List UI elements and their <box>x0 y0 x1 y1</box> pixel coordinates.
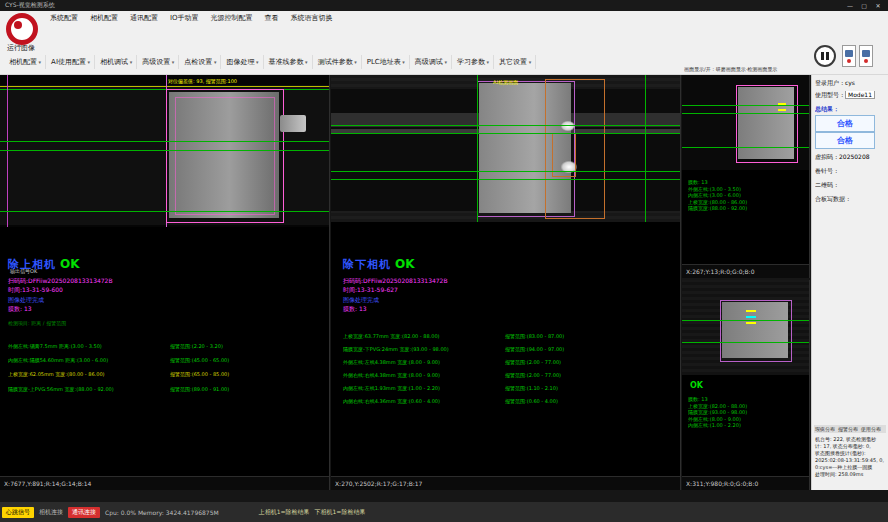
measurement-text: 内侧左线:左线1.93mm 宽度:(1.00 - 2.20) <box>343 385 505 391</box>
close-button[interactable]: ✕ <box>871 2 885 9</box>
stats-line: 计: 17, 状态分布毫秒: 0, <box>815 443 886 450</box>
lower-camera-view[interactable]: AI检测画面 <box>331 75 680 222</box>
guide-line <box>331 125 680 126</box>
record-dot-icon <box>864 59 868 63</box>
stats-tab[interactable]: 使用分布 <box>861 426 881 432</box>
overlay-mark <box>746 310 756 312</box>
measurement-header-row: 检测项目: 距离 / 报警范围 <box>8 320 327 326</box>
model-select[interactable]: Mode11 <box>845 91 875 99</box>
guide-line <box>0 141 329 142</box>
toolbar-tab[interactable]: 测试件参数 <box>313 55 362 69</box>
toolbar-tab[interactable]: 学习参数 <box>452 55 494 69</box>
roi-rect-inner <box>175 97 275 215</box>
menu-item-comm-config[interactable]: 通讯配置 <box>124 13 164 23</box>
cursor-readout: X:311;Y:980;R:0;G:0;B:0 <box>682 476 809 490</box>
measurement-text: 检测项目: 距离 / 报警范围 <box>8 320 170 326</box>
alarm-range-text: 报警范围:(94.00 - 97.00) <box>505 346 678 352</box>
model-label: 使用型号： <box>815 91 845 98</box>
stats-line: 处理时间: 258.09ms <box>815 471 886 478</box>
tool-button-2[interactable] <box>859 45 873 67</box>
thumbnail-view-1[interactable] <box>682 75 809 170</box>
toolbar-tab[interactable]: 相机调试 <box>95 55 137 69</box>
heartbeat-badge: 心跳信号 <box>2 507 34 518</box>
thumb-line: 隔膜宽度:(88.00 - 92.00) <box>688 205 807 212</box>
stats-tab[interactable]: 报警分布 <box>838 426 858 432</box>
roi-rect <box>720 300 792 362</box>
stats-block: 机台号: 222, 状态检测毫秒 计: 17, 状态分布毫秒: 0, 状态图接卷… <box>815 436 886 478</box>
toolbar-tab[interactable]: 高级调试 <box>410 55 452 69</box>
stats-tab[interactable]: 瑕疵分布 <box>815 426 835 432</box>
cursor-readout: X:267;Y:13;R:0;G:0;B:0 <box>682 264 809 278</box>
measurement-row: 外侧左线:锡膏7.5mm 距离:(3.00 - 3.50) 报警范围:(2.20… <box>8 343 327 349</box>
measurement-text: 外侧左线:左线4.38mm 宽度:(8.00 - 9.00) <box>343 359 505 365</box>
login-user-value: cys <box>845 79 855 86</box>
pause-button[interactable] <box>814 45 836 67</box>
measurement-text: 外侧右线:右线4.38mm 宽度:(8.00 - 9.00) <box>343 372 505 378</box>
toolbar-tab[interactable]: 相机配置 <box>4 55 46 69</box>
login-user-row: 登录用户：cys <box>815 79 886 88</box>
menu-item-light-control[interactable]: 光源控制配置 <box>205 13 259 23</box>
measurement-text: 内侧右线:右线4.36mm 宽度:(0.60 - 4.00) <box>343 398 505 404</box>
guide-line <box>7 75 8 227</box>
guide-line <box>682 147 809 148</box>
toolbar-tabs: 相机配置 AI使用配置 相机调试 高级设置 点检设置 图像处理 基准线参数 测试… <box>4 53 536 70</box>
pause-icon <box>821 52 824 60</box>
app-window: CYS-视觉检测系统 — ▢ ✕ 系统配置 相机配置 通讯配置 IO手动置 光源… <box>0 0 888 522</box>
stats-line: 机台号: 222, 状态检测毫秒 <box>815 436 886 443</box>
upper-camera-view[interactable]: 对位偏差值: 93, 报警范围:100 <box>0 75 329 227</box>
toolbar-tab[interactable]: PLC地址表 <box>362 55 410 69</box>
toolbar-tab[interactable]: 其它设置 <box>494 55 536 69</box>
time-text: 时间:13-31-59-627 <box>343 286 398 295</box>
menu-item-view[interactable]: 查看 <box>259 13 285 23</box>
result-box-lower: 合格 <box>815 132 875 149</box>
title-bar: CYS-视觉检测系统 — ▢ ✕ <box>0 0 888 11</box>
alarm-range-text: 报警范围:(89.00 - 91.00) <box>170 386 327 392</box>
menu-bar: 系统配置 相机配置 通讯配置 IO手动置 光源控制配置 查看 系统语言切换 <box>44 12 339 24</box>
guide-line <box>645 75 646 222</box>
thumbnail-view-2[interactable] <box>682 280 809 375</box>
menu-item-system-config[interactable]: 系统配置 <box>44 13 84 23</box>
top-bar: 系统配置 相机配置 通讯配置 IO手动置 光源控制配置 查看 系统语言切换 运行… <box>0 11 888 75</box>
menu-item-language[interactable]: 系统语言切换 <box>285 13 339 23</box>
total-result-label: 总结果： <box>815 105 886 114</box>
minimize-button[interactable]: — <box>843 2 857 9</box>
toolbar-tab[interactable]: AI使用配置 <box>46 55 95 69</box>
window-title: CYS-视觉检测系统 <box>5 1 55 10</box>
qr-code-label: 二维码： <box>815 181 886 190</box>
lower-camera-panel: AI检测画面 除下相机OK 扫码码:DFFiiw2025020813313472… <box>331 75 681 490</box>
guide-line <box>682 342 809 343</box>
alarm-range-text: 报警范围:(83.00 - 87.00) <box>505 333 678 339</box>
toolbar-tab[interactable]: 高级设置 <box>137 55 179 69</box>
measurement-row: 外侧右线:右线4.38mm 宽度:(8.00 - 9.00) 报警范围:(2.0… <box>343 372 678 378</box>
alarm-range-text: 报警范围:(1.10 - 2.10) <box>505 385 678 391</box>
toolbar-tab[interactable]: 基准线参数 <box>264 55 313 69</box>
guide-line <box>331 133 680 134</box>
status-ok-text: OK <box>60 257 80 271</box>
tool-button-1[interactable] <box>842 45 856 67</box>
connector-part <box>280 115 306 132</box>
camera-icon <box>862 50 870 57</box>
camera-link-status: 相机连接 <box>39 508 63 517</box>
barcode-text: 扫码码:DFFiiw2025020813313472B <box>8 277 113 286</box>
overlay-measure-text: 对位偏差值: 93, 报警范围:100 <box>168 78 237 84</box>
toolbar-tab[interactable]: 图像处理 <box>221 55 263 69</box>
stats-line: 2025:02:08-13:31:59:45, 0, <box>815 457 886 464</box>
output-signal-text: 输出信号OK <box>10 268 37 274</box>
login-user-label: 登录用户： <box>815 79 845 86</box>
status-bar: 心跳信号 相机连接 通讯连接 Cpu: 0.0% Memory: 3424.41… <box>0 502 888 522</box>
process-done-text: 图像处理完成 <box>8 296 44 305</box>
alarm-range-text: 报警范围:(2.00 - 77.00) <box>505 359 678 365</box>
process-done-text: 图像处理完成 <box>343 296 379 305</box>
stats-line: 状态图接卷统计(毫秒): <box>815 450 886 457</box>
toolbar-tab[interactable]: 点检设置 <box>179 55 221 69</box>
maximize-button[interactable]: ▢ <box>857 2 871 9</box>
measurement-text: 外侧左线:锡膏7.5mm 距离:(3.00 - 3.50) <box>8 343 170 349</box>
menu-item-io-manual[interactable]: IO手动置 <box>164 13 205 23</box>
menu-item-camera-config[interactable]: 相机配置 <box>84 13 124 23</box>
guide-line <box>477 75 478 222</box>
guide-line <box>682 105 809 106</box>
display-toggle-label: 画面显示/开：研磨画面显示·检测画面显示 <box>684 66 810 72</box>
measurement-row: 上极宽度:62.05mm 宽度:(80.00 - 86.00) 报警范围:(65… <box>8 371 327 377</box>
board-write-label: 合板写数据： <box>815 195 886 204</box>
overlay-mark <box>746 316 756 318</box>
